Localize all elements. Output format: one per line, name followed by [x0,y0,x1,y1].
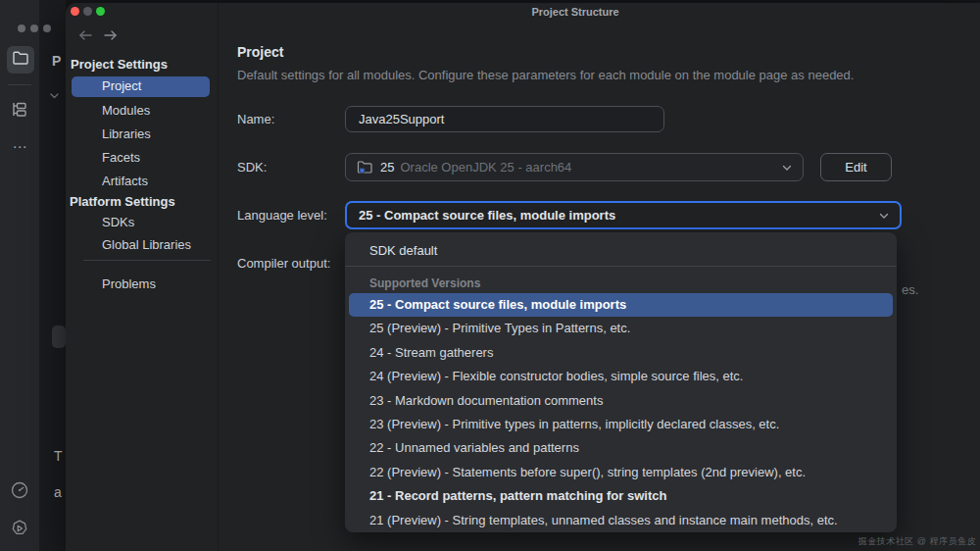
compiler-output-label: Compiler output: [237,256,330,271]
dropdown-item-25[interactable]: 25 - Compact source files, module import… [349,293,893,317]
ide-traffic-close-icon [18,25,25,32]
nav-content-divider [218,3,219,551]
ide-background-sliver [39,0,66,551]
dropdown-item-25-preview[interactable]: 25 (Preview) - Primitive Types in Patter… [345,317,897,340]
dropdown-item-21-preview[interactable]: 21 (Preview) - String templates, unnamed… [345,509,897,532]
zoom-window-button[interactable] [96,7,105,16]
sdk-label: SDK: [237,160,267,175]
language-level-dropdown: SDK default Supported Versions 25 - Comp… [345,232,897,532]
services-tool-button[interactable] [8,519,31,542]
close-window-button[interactable] [71,7,79,16]
chevron-down-icon [878,210,890,222]
dropdown-item-24-preview[interactable]: 24 (Preview) - Flexible constructor bodi… [345,365,897,388]
language-level-value: 25 - Compact source files, module import… [359,208,615,223]
nav-item-global-libraries[interactable]: Global Libraries [102,235,191,255]
more-tool-button[interactable]: ⋯ [8,135,31,159]
dropdown-item-22[interactable]: 22 - Unnamed variables and patterns [345,436,897,460]
folder-icon [12,50,29,70]
dropdown-item-23[interactable]: 23 - Markdown documentation comments [345,389,897,413]
page-description: Default settings for all modules. Config… [237,68,854,82]
profiler-tool-button[interactable] [8,480,31,504]
screen: ⋯ P T a Project Structure [0,0,980,551]
back-arrow-icon [77,28,93,42]
ide-text-fragment-a: a [54,484,62,500]
ide-text-fragment-t: T [54,448,63,464]
ide-traffic-minimize-icon [30,25,38,32]
structure-tool-button[interactable] [8,100,31,124]
page-title: Project [237,44,283,60]
services-play-icon [10,519,29,542]
nav-item-artifacts[interactable]: Artifacts [102,172,148,191]
sdk-version: 25 [380,160,394,175]
nav-item-problems[interactable]: Problems [102,275,156,294]
dropdown-divider [345,266,897,267]
sdk-combobox[interactable]: 25 Oracle OpenJDK 25 - aarch64 [345,153,804,181]
toolbar-divider [8,84,31,85]
profiler-gauge-icon [10,480,29,504]
dropdown-item-22-preview[interactable]: 22 (Preview) - Statements before super()… [345,461,897,484]
forward-arrow-icon [103,28,119,42]
nav-header-project-settings: Project Settings [71,57,168,72]
ide-text-fragment-p: P [52,53,61,69]
watermark: 掘金技术社区 @ 程序员鱼皮 [858,535,976,548]
dropdown-group-header: Supported Versions [345,276,897,291]
nav-item-modules[interactable]: Modules [102,101,150,121]
dialog-title: Project Structure [477,6,673,18]
more-icon: ⋯ [13,138,27,156]
nav-item-facets[interactable]: Facets [102,148,140,168]
nav-item-project[interactable]: Project [72,76,210,97]
minimize-window-button [83,7,92,16]
nav-item-libraries[interactable]: Libraries [102,125,151,144]
project-name-input[interactable] [345,106,664,132]
dropdown-item-21[interactable]: 21 - Record patterns, pattern matching f… [345,484,897,508]
language-level-label: Language level: [237,208,327,223]
dropdown-list: 25 - Compact source files, module import… [345,293,897,532]
project-tool-button[interactable] [7,46,34,74]
dropdown-item-sdk-default[interactable]: SDK default [345,238,897,264]
ide-traffic-zoom-icon [43,25,51,32]
ide-toolbar-strip: ⋯ [0,0,39,551]
scrollbar-thumb[interactable] [52,326,66,348]
chevron-expand-icon [49,88,60,104]
obscured-text-fragment: es. [902,282,918,297]
sdk-name: Oracle OpenJDK 25 - aarch64 [400,160,571,175]
structure-icon [10,100,29,124]
language-level-combobox[interactable]: 25 - Compact source files, module import… [345,201,902,229]
project-structure-dialog: Project Structure Project Settings Proje… [66,3,980,551]
jdk-icon [357,160,373,175]
forward-button[interactable] [102,27,120,43]
nav-item-sdks[interactable]: SDKs [102,213,134,232]
dropdown-item-24[interactable]: 24 - Stream gatherers [345,341,897,365]
dropdown-item-23-preview[interactable]: 23 (Preview) - Primitive types in patter… [345,413,897,436]
name-label: Name: [237,112,274,126]
nav-header-platform-settings: Platform Settings [70,194,175,209]
back-button[interactable] [76,27,94,43]
nav-section-divider [83,260,211,261]
edit-sdk-button[interactable]: Edit [820,153,892,181]
chevron-down-icon [781,162,793,174]
